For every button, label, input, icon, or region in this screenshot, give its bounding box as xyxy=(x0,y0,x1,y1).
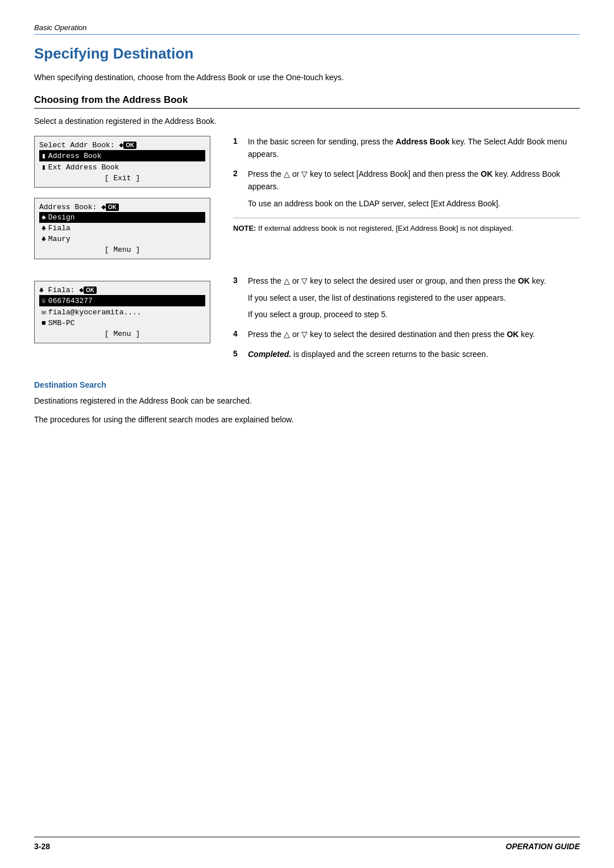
lcd3-selected-row: ☏ 0667643277 xyxy=(39,295,205,306)
lcd1-title-row: Select Addr Book: ◆OK xyxy=(39,140,205,150)
ok-badge-3: OK xyxy=(84,286,97,294)
lcd-box-2: Address Book: ◆OK ♠ Design ♣ Fiala ♣ Mau… xyxy=(34,198,210,259)
step-2-content: Press the △ or ▽ key to select [Address … xyxy=(248,168,580,209)
step-2-bold: OK xyxy=(481,169,493,178)
sub-intro: Select a destination registered in the A… xyxy=(34,117,580,126)
footer-bar: 3-28 OPERATION GUIDE xyxy=(34,837,580,851)
lcd2-selected-text: Design xyxy=(48,213,203,222)
lcd3-email-row: ✉ fiala@kyoceramita.... xyxy=(39,306,205,318)
lcd3-title-text: ♣ Fiala: ◆OK xyxy=(39,285,97,294)
lcd3-pc-row: ■ SMB-PC xyxy=(39,318,205,329)
content-block-1: Select Addr Book: ◆OK ▮ Address Book ▮ E… xyxy=(34,136,580,269)
section-heading: Choosing from the Address Book xyxy=(34,94,580,109)
steps-right-panel: 1 In the basic screen for sending, press… xyxy=(233,136,580,269)
lcd3-title-row: ♣ Fiala: ◆OK xyxy=(39,285,205,295)
dest-search-text-1: Destinations registered in the Address B… xyxy=(34,395,580,407)
step-1: 1 In the basic screen for sending, press… xyxy=(233,136,580,160)
note-label: NOTE: xyxy=(233,224,256,232)
step-5-italic: Completed. xyxy=(248,350,291,359)
lcd3-pc-icon: ■ xyxy=(42,319,46,327)
destination-search-heading: Destination Search xyxy=(34,380,580,389)
lcd2-title-text: Address Book: ◆OK xyxy=(39,202,119,211)
lcd3-spacer xyxy=(34,275,216,281)
dest-search-text-2: The procedures for using the different s… xyxy=(34,414,580,426)
lcd1-exit-text: [ Exit ] xyxy=(105,174,140,182)
lcd2-fiala-row: ♣ Fiala xyxy=(39,223,205,234)
lcd1-normal-row: ▮ Ext Address Book xyxy=(39,161,205,173)
lcd2-maury-icon: ♣ xyxy=(42,235,46,243)
lcd3-menu-text: [ Menu ] xyxy=(105,330,140,338)
lcd2-selected-row: ♠ Design xyxy=(39,212,205,223)
ok-badge-1: OK xyxy=(123,142,136,149)
lcd3-email-icon: ✉ xyxy=(42,308,46,317)
page-title: Specifying Destination xyxy=(34,45,580,63)
intro-text: When specifying destination, choose from… xyxy=(34,73,580,82)
step-5: 5 Completed. is displayed and the screen… xyxy=(233,348,580,361)
step-3-number: 3 xyxy=(233,275,243,321)
lcd2-fiala-text: Fiala xyxy=(48,224,203,232)
step-1-content: In the basic screen for sending, press t… xyxy=(248,136,580,160)
lcd-panels-left: Select Addr Book: ◆OK ▮ Address Book ▮ E… xyxy=(34,136,216,269)
step-5-content: Completed. is displayed and the screen r… xyxy=(248,348,580,361)
step-4-content: Press the △ or ▽ key to select the desir… xyxy=(248,329,580,341)
step-5-bold: Completed. xyxy=(248,350,291,359)
lcd3-menu-row: [ Menu ] xyxy=(39,329,205,339)
ok-badge-2: OK xyxy=(106,203,119,211)
page-container: Basic Operation Specifying Destination W… xyxy=(0,0,614,868)
step-3-bold: OK xyxy=(518,276,530,285)
lcd2-fiala-icon: ♣ xyxy=(42,224,46,232)
steps-right-panel-2: 3 Press the △ or ▽ key to select the des… xyxy=(233,275,580,369)
lcd3-pc-text: SMB-PC xyxy=(48,319,203,327)
lcd2-title-row: Address Book: ◆OK xyxy=(39,202,205,212)
step-3-content: Press the △ or ▽ key to select the desir… xyxy=(248,275,580,321)
footer-right: OPERATION GUIDE xyxy=(506,842,580,851)
lcd2-maury-text: Maury xyxy=(48,235,203,243)
lcd1-selected-row: ▮ Address Book xyxy=(39,150,205,161)
lcd1-normal-text: Ext Address Book xyxy=(48,163,203,172)
lcd1-exit-row: [ Exit ] xyxy=(39,173,205,184)
header-line: Basic Operation xyxy=(34,23,580,35)
step-2-sub-note: To use an address book on the LDAP serve… xyxy=(248,198,580,210)
step-4-number: 4 xyxy=(233,329,243,341)
lcd1-book-icon: ▮ xyxy=(42,151,46,160)
lcd-panel-3: ♣ Fiala: ◆OK ☏ 0667643277 ✉ fiala@kyocer… xyxy=(34,275,216,369)
step-2-number: 2 xyxy=(233,168,243,209)
lcd3-phone-icon: ☏ xyxy=(42,296,46,305)
lcd2-design-icon: ♠ xyxy=(42,213,46,222)
step-3: 3 Press the △ or ▽ key to select the des… xyxy=(233,275,580,321)
lcd1-title-text: Select Addr Book: ◆OK xyxy=(39,140,136,149)
step-1-number: 1 xyxy=(233,136,243,160)
note-text: If external address book is not register… xyxy=(258,224,513,232)
content-block-2: ♣ Fiala: ◆OK ☏ 0667643277 ✉ fiala@kyocer… xyxy=(34,275,580,369)
lcd2-maury-row: ♣ Maury xyxy=(39,234,205,244)
lcd-box-1: Select Addr Book: ◆OK ▮ Address Book ▮ E… xyxy=(34,136,210,188)
lcd1-ext-icon: ▮ xyxy=(42,163,46,172)
lcd1-selected-text: Address Book xyxy=(48,152,203,160)
step-4: 4 Press the △ or ▽ key to select the des… xyxy=(233,329,580,341)
lcd3-selected-text: 0667643277 xyxy=(48,297,203,305)
lcd2-menu-text: [ Menu ] xyxy=(105,246,140,254)
step-4-bold: OK xyxy=(507,330,518,339)
step-5-number: 5 xyxy=(233,348,243,361)
step-3-sub2: If you select a group, proceed to step 5… xyxy=(248,309,580,321)
lcd3-email-text: fiala@kyoceramita.... xyxy=(48,308,203,317)
step-2: 2 Press the △ or ▽ key to select [Addres… xyxy=(233,168,580,209)
lcd-box-3: ♣ Fiala: ◆OK ☏ 0667643277 ✉ fiala@kyocer… xyxy=(34,281,210,343)
step-3-sub1: If you select a user, the list of destin… xyxy=(248,292,580,304)
lcd2-menu-row: [ Menu ] xyxy=(39,244,205,255)
note-block: NOTE: If external address book is not re… xyxy=(233,218,580,234)
step-1-bold: Address Book xyxy=(396,137,450,146)
footer-left: 3-28 xyxy=(34,842,50,851)
header-label: Basic Operation xyxy=(34,23,87,32)
